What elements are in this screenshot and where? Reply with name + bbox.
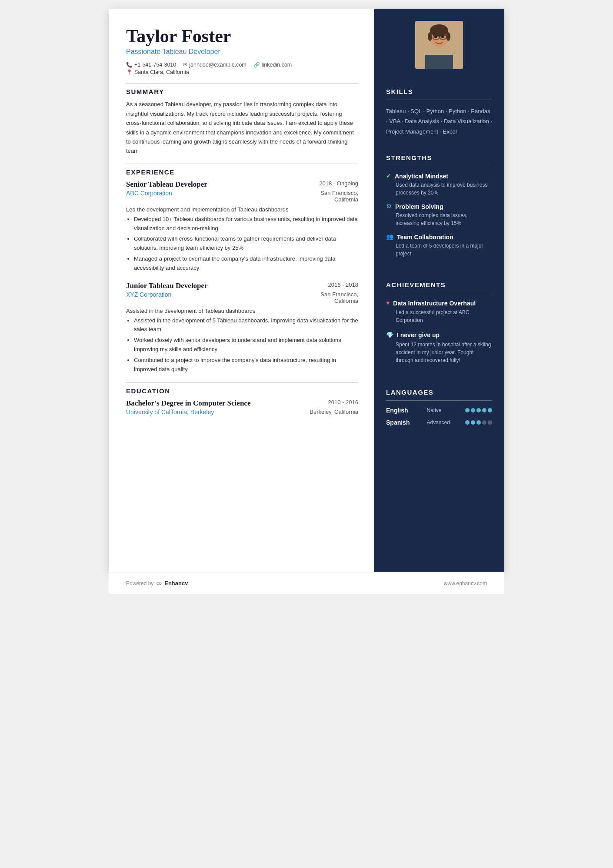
job-2-description: Assisted in the development of Tableau d… [126, 308, 358, 314]
language-1: English Native [386, 407, 492, 414]
achievement-1: ♥ Data Infrastructure Overhaul Led a suc… [386, 299, 492, 324]
job-2-dates: 2016 - 2018 [328, 282, 358, 288]
job-1-bullet-2: Collaborated with cross-functional teams… [134, 235, 358, 253]
svg-point-2 [430, 24, 448, 37]
achievement-2: 💎 I never give up Spent 12 months in hos… [386, 331, 492, 364]
location-icon: 📍 [126, 69, 133, 75]
phone-number: +1-541-754-3010 [134, 62, 176, 68]
job-2-bullets: Assisted in the development of 5 Tableau… [126, 316, 358, 374]
strength-1-icon: ✔ [386, 172, 391, 180]
job-2-bullet-2: Worked closely with senior developers to… [134, 336, 358, 354]
edu-school: University of California, Berkeley [126, 409, 214, 416]
job-1-bullet-3: Managed a project to overhaul the compan… [134, 255, 358, 273]
phone-icon: 📞 [126, 62, 133, 68]
strength-3-desc: Led a team of 5 developers in a major pr… [386, 242, 492, 258]
candidate-name: Taylor Foster [126, 26, 358, 46]
svg-point-5 [434, 36, 437, 38]
job-2-bullet-3: Contributed to a project to improve the … [134, 356, 358, 374]
language-2: Spanish Advanced [386, 419, 492, 426]
achievement-2-desc: Spent 12 months in hospital after a skii… [386, 341, 492, 364]
achievement-1-desc: Led a successful project at ABC Corporat… [386, 308, 492, 324]
contact-info: 📞 +1-541-754-3010 ✉ johndoe@example.com … [126, 62, 358, 75]
svg-rect-11 [425, 55, 453, 69]
powered-by-text: Powered by [126, 580, 153, 586]
strength-3-name: Team Collaboration [397, 234, 453, 241]
job-1-description: Led the development and implementation o… [126, 206, 358, 213]
achievement-2-icon: 💎 [386, 332, 393, 339]
dot [482, 420, 486, 425]
languages-divider [386, 400, 492, 401]
edu-dates: 2010 - 2016 [328, 399, 358, 406]
skills-text: Tableau · SQL · Python · Python · Pandas… [386, 106, 492, 137]
location-text: Santa Clara, California [134, 69, 189, 75]
job-1-title: Senior Tableau Developer [126, 180, 207, 189]
dot [465, 408, 470, 412]
dot [476, 420, 481, 425]
strength-1-desc: Used data analysis to improve business p… [386, 181, 492, 197]
candidate-title: Passionate Tableau Developer [126, 48, 358, 56]
enhancv-symbol: ∞ [156, 579, 162, 588]
job-2-location: San Francisco,California [320, 291, 358, 304]
candidate-photo [415, 21, 463, 69]
footer: Powered by ∞ Enhancv www.enhancv.com [109, 572, 504, 594]
skills-section: SKILLS Tableau · SQL · Python · Python ·… [374, 79, 504, 145]
languages-section-title: LANGUAGES [386, 389, 492, 396]
job-2-title: Junior Tableau Developer [126, 282, 208, 290]
linkedin-icon: 🔗 [253, 62, 260, 68]
achievements-section-title: ACHIEVEMENTS [386, 281, 492, 288]
strength-1-name: Analytical Mindset [395, 173, 448, 180]
strength-2-name: Problem Solving [395, 203, 443, 210]
dot [482, 408, 486, 412]
edu-degree: Bachelor's Degree in Computer Science [126, 399, 250, 408]
strength-3: 👥 Team Collaboration Led a team of 5 dev… [386, 233, 492, 258]
svg-point-4 [446, 32, 450, 41]
job-1-location: San Francisco,California [320, 190, 358, 203]
email-address: johndoe@example.com [189, 62, 247, 68]
languages-section: LANGUAGES English Native Spanish Ad [374, 380, 504, 440]
email-icon: ✉ [183, 62, 187, 68]
achievement-1-icon: ♥ [386, 300, 390, 307]
job-2: Junior Tableau Developer 2016 - 2018 XYZ… [126, 282, 358, 374]
education-entry-1: Bachelor's Degree in Computer Science 20… [126, 399, 358, 416]
skills-divider [386, 100, 492, 100]
lang-1-level: Native [427, 407, 455, 413]
education-section-title: EDUCATION [126, 387, 358, 395]
lang-2-dots [465, 420, 492, 425]
strength-3-icon: 👥 [386, 233, 393, 241]
achievement-2-name: I never give up [397, 331, 440, 339]
footer-website: www.enhancv.com [444, 580, 487, 586]
strength-2-desc: Resolved complex data issues, increasing… [386, 211, 492, 227]
photo-container [374, 9, 504, 79]
dot [476, 408, 481, 412]
achievements-section: ACHIEVEMENTS ♥ Data Infrastructure Overh… [374, 272, 504, 379]
job-2-company: XYZ Corporation [126, 291, 171, 298]
enhancv-brand: Enhancv [164, 580, 188, 586]
experience-section-title: EXPERIENCE [126, 168, 358, 176]
experience-divider [126, 164, 358, 164]
job-1: Senior Tableau Developer 2018 - Ongoing … [126, 180, 358, 273]
job-1-bullet-1: Developed 10+ Tableau dashboards for var… [134, 215, 358, 233]
dot [471, 420, 475, 425]
strengths-section-title: STRENGTHS [386, 154, 492, 161]
education-divider [126, 382, 358, 383]
achievements-divider [386, 293, 492, 293]
summary-section-title: SUMMARY [126, 88, 358, 95]
lang-1-dots [465, 408, 492, 412]
lang-2-level: Advanced [427, 419, 455, 426]
svg-point-3 [428, 32, 432, 41]
svg-point-6 [441, 36, 444, 38]
strengths-section: STRENGTHS ✔ Analytical Mindset Used data… [374, 145, 504, 272]
summary-text: As a seasoned Tableau developer, my pass… [126, 100, 358, 156]
lang-2-name: Spanish [386, 419, 416, 426]
job-1-bullets: Developed 10+ Tableau dashboards for var… [126, 215, 358, 273]
dot [471, 408, 475, 412]
strength-2-icon: ⚙ [386, 203, 392, 210]
dot [488, 408, 492, 412]
job-1-company: ABC Corporation [126, 190, 172, 197]
skills-section-title: SKILLS [386, 88, 492, 95]
strength-2: ⚙ Problem Solving Resolved complex data … [386, 203, 492, 227]
dot [488, 420, 492, 425]
achievement-1-name: Data Infrastructure Overhaul [393, 299, 476, 307]
strengths-divider [386, 166, 492, 166]
dot [465, 420, 470, 425]
